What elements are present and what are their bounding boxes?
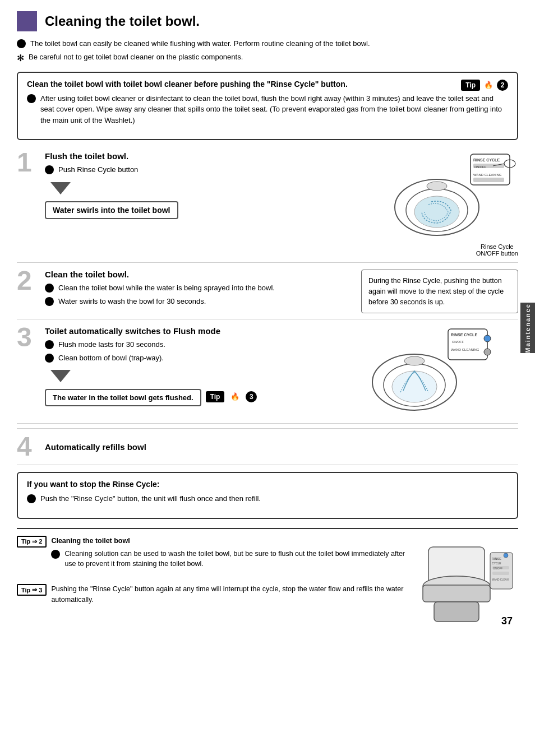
bullet-dot xyxy=(17,39,26,48)
svg-text:WAND CLEAN: WAND CLEAN xyxy=(492,578,509,581)
svg-text:CYCLE: CYCLE xyxy=(492,562,501,565)
tips-section: Tip ⇒ 2 Cleaning the toilet bowl Cleanin… xyxy=(17,528,518,627)
steps-container: 1 Flush the toilet bowl. Push Rinse Cycl… xyxy=(17,149,518,465)
warning-box: Tip 🔥 2 Clean the toilet bowl with toile… xyxy=(17,72,518,141)
warning-bullet: After using toilet bowl cleaner or disin… xyxy=(27,93,508,126)
step-2-right: During the Rinse Cycle, pushing the butt… xyxy=(356,270,518,313)
header-icon xyxy=(17,11,37,31)
step-1-number: 1 xyxy=(17,149,45,257)
tip-content-2: Cleaning the toilet bowl Cleaning soluti… xyxy=(51,536,408,576)
intro-bullet-2: ✻ Be careful not to get toilet bowl clea… xyxy=(17,52,518,65)
tip-2-title: Cleaning the toilet bowl xyxy=(51,536,408,546)
toilet-illustration-bottom: RINSE CYCLE ON/OFF WAND CLEAN xyxy=(417,536,518,625)
bullet-dot xyxy=(45,165,54,174)
tips-content: Tip ⇒ 2 Cleaning the toilet bowl Cleanin… xyxy=(17,536,518,627)
stop-bullet: Push the "Rinse Cycle" button, the unit … xyxy=(27,493,508,504)
step-4-number: 4 xyxy=(17,433,45,460)
intro-bullets: The toilet bowl can easily be cleaned wh… xyxy=(17,38,518,65)
step-divider-2 xyxy=(17,319,518,319)
step-3-number: 3 xyxy=(17,324,45,418)
tip-arrow-2: ⇒ xyxy=(32,538,37,545)
tip-2-bullets: Cleaning solution can be used to wash th… xyxy=(51,549,408,570)
tips-left: Tip ⇒ 2 Cleaning the toilet bowl Cleanin… xyxy=(17,536,408,627)
step-3-bullet-1: Clean bottom of bowl (trap-way). xyxy=(45,353,356,364)
step-3-content: Toilet automatically switches to Flush m… xyxy=(45,324,518,418)
warning-tip-row: Tip 🔥 2 xyxy=(461,80,508,91)
bullet-dot xyxy=(45,354,54,363)
page-number: 37 xyxy=(501,615,513,627)
svg-text:RINSE CYCLE: RINSE CYCLE xyxy=(451,333,477,337)
svg-point-11 xyxy=(427,182,447,191)
bullet-dot xyxy=(45,297,54,306)
svg-text:RINSE CYCLE: RINSE CYCLE xyxy=(473,158,500,162)
toilet-illustration-1: RINSE CYCLE ON/OFF WAND CLEANING xyxy=(384,151,518,241)
step-2-bullet-0: Clean the toilet bowl while the water is… xyxy=(45,282,356,294)
bullet-dot xyxy=(27,494,36,503)
step-2: 2 Clean the toilet bowl. Clean the toile… xyxy=(17,267,518,313)
step-2-bullets: Clean the toilet bowl while the water is… xyxy=(45,282,356,307)
svg-text:ON/OFF: ON/OFF xyxy=(493,567,502,570)
svg-text:WAND CLEANING: WAND CLEANING xyxy=(451,348,479,351)
step-1-bullet-0: Push Rinse Cycle button xyxy=(45,164,356,175)
toilet-illustration-3: RINSE CYCLE ON/OFF WAND CLEANING xyxy=(361,326,496,416)
step-3-right: RINSE CYCLE ON/OFF WAND CLEANING xyxy=(356,326,518,418)
tip-badge-left-3: Tip ⇒ 3 xyxy=(17,584,47,596)
tip-2-bullet: Cleaning solution can be used to wash th… xyxy=(51,549,408,570)
arrow-down-icon-3 xyxy=(50,370,71,382)
tip-content-3: Pushing the "Rinse Cycle" button again a… xyxy=(51,584,408,605)
tip-arrow-3: ⇒ xyxy=(32,586,37,593)
sidebar-label: Maintenance xyxy=(522,299,533,358)
star-icon: ✻ xyxy=(17,52,24,65)
arrow-down-icon xyxy=(50,182,71,194)
step-2-note-box: During the Rinse Cycle, pushing the butt… xyxy=(361,270,518,313)
sidebar-wrapper: Maintenance xyxy=(520,303,535,353)
stop-bullets: Push the "Rinse Cycle" button, the unit … xyxy=(27,493,508,504)
step-1-bullets: Push Rinse Cycle button xyxy=(45,164,356,175)
page-title: Cleaning the toilet bowl. xyxy=(45,13,200,29)
step-1-content: Flush the toilet bowl. Push Rinse Cycle … xyxy=(45,149,518,257)
bullet-dot xyxy=(45,340,54,349)
bottom-illustration: RINSE CYCLE ON/OFF WAND CLEAN xyxy=(417,536,518,627)
svg-rect-25 xyxy=(434,602,479,622)
tip-badge-left-2: Tip ⇒ 2 xyxy=(17,536,47,548)
step-2-content: Clean the toilet bowl. Clean the toilet … xyxy=(45,267,518,313)
step-2-title: Clean the toilet bowl. xyxy=(45,270,356,279)
tip-number-3: 3 xyxy=(246,391,257,402)
step-3-label-box: The water in the toilet bowl gets flushe… xyxy=(45,389,201,406)
step-4: 4 Automatically refills bowl xyxy=(17,428,518,465)
stop-title: If you want to stop the Rinse Cycle: xyxy=(27,480,508,489)
svg-rect-24 xyxy=(423,585,490,602)
bullet-dot xyxy=(45,284,54,293)
step-1-left: Flush the toilet bowl. Push Rinse Cycle … xyxy=(45,151,356,257)
svg-point-20 xyxy=(392,371,437,402)
page-container: Cleaning the toilet bowl. The toilet bow… xyxy=(0,0,535,638)
svg-point-17 xyxy=(484,349,491,355)
step-1-label-box: Water swirls into the toilet bowl xyxy=(45,201,178,219)
svg-point-33 xyxy=(504,553,508,558)
tip-row-3: Tip ⇒ 3 Pushing the "Rinse Cycle" button… xyxy=(17,584,408,605)
svg-text:RINSE: RINSE xyxy=(492,557,501,560)
warning-bullet-list: After using toilet bowl cleaner or disin… xyxy=(27,93,508,126)
intro-bullet-1: The toilet bowl can easily be cleaned wh… xyxy=(17,38,518,49)
tip-number: 2 xyxy=(497,80,508,91)
svg-rect-5 xyxy=(473,178,504,182)
bullet-dot xyxy=(51,550,60,559)
bullet-dot xyxy=(27,94,36,103)
step-1-title: Flush the toilet bowl. xyxy=(45,151,356,161)
step-3: 3 Toilet automatically switches to Flush… xyxy=(17,324,518,418)
svg-rect-31 xyxy=(492,572,509,575)
stop-box: If you want to stop the Rinse Cycle: Pus… xyxy=(17,472,518,519)
warning-title: Clean the toilet bowl with toilet bowl c… xyxy=(27,80,508,89)
step-3-bullets: Flush mode lasts for 30 seconds. Clean b… xyxy=(45,339,356,363)
tip-row-2: Tip ⇒ 2 Cleaning the toilet bowl Cleanin… xyxy=(17,536,408,576)
tip-icon: 🔥 xyxy=(484,81,493,89)
svg-point-21 xyxy=(404,356,425,365)
step-3-left: Toilet automatically switches to Flush m… xyxy=(45,326,356,418)
svg-text:WAND CLEANING: WAND CLEANING xyxy=(473,173,502,177)
step-divider-1 xyxy=(17,262,518,263)
tip-badge: Tip xyxy=(461,80,480,91)
step-4-title: Automatically refills bowl xyxy=(45,442,146,452)
step-2-left: Clean the toilet bowl. Clean the toilet … xyxy=(45,270,356,313)
svg-point-14 xyxy=(484,335,491,342)
step-2-bullet-1: Water swirls to wash the bowl for 30 sec… xyxy=(45,296,356,307)
